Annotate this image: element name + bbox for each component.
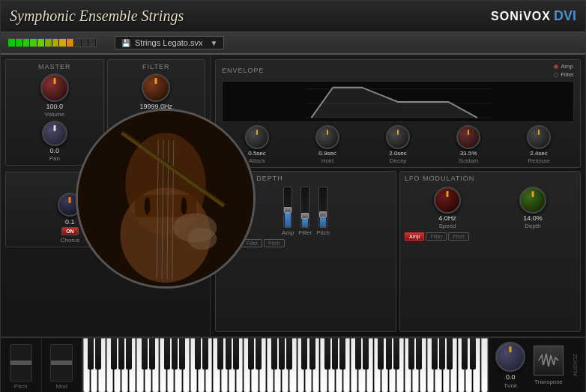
white-key[interactable]	[190, 338, 197, 392]
white-key[interactable]	[160, 338, 166, 392]
header: Symphonic Ensemble Strings SONiVOX DVI	[1, 1, 585, 32]
chorus-toggle[interactable]: ON	[61, 227, 79, 235]
white-key[interactable]	[282, 338, 289, 392]
lfo-filter-toggle[interactable]: Filter	[426, 232, 447, 241]
volume-knob[interactable]	[40, 73, 69, 102]
keyboard-area: Pitch Mod	[1, 337, 585, 392]
amp-radio[interactable]: Amp	[554, 63, 574, 70]
attack-knob[interactable]	[245, 125, 269, 149]
white-key[interactable]	[450, 338, 457, 392]
white-key[interactable]	[366, 338, 373, 392]
white-key[interactable]	[198, 338, 205, 392]
white-key[interactable]	[320, 338, 327, 392]
piano-keys[interactable]	[83, 338, 488, 392]
filter-radio-dot	[554, 73, 558, 77]
white-key[interactable]	[297, 338, 304, 392]
white-key[interactable]	[328, 338, 335, 392]
level-seg-10	[74, 39, 81, 46]
amp-fader-track[interactable]	[283, 187, 292, 228]
envelope-header: ENVELOPE Amp Filter	[222, 63, 574, 78]
white-key[interactable]	[167, 338, 174, 392]
tune-knob[interactable]	[495, 342, 525, 372]
white-key[interactable]	[175, 338, 181, 392]
white-key[interactable]	[289, 338, 296, 392]
white-keys[interactable]	[83, 338, 488, 392]
freq-knob[interactable]	[142, 73, 170, 102]
white-key[interactable]	[351, 338, 357, 392]
white-key[interactable]	[312, 338, 319, 392]
white-key[interactable]	[389, 338, 396, 392]
preset-selector[interactable]: 💾 Strings Legato.svx ▼	[115, 36, 224, 49]
amp-fader-fill	[285, 211, 291, 227]
white-key[interactable]	[267, 338, 274, 392]
white-key[interactable]	[244, 338, 250, 392]
filter-radio-label: Filter	[561, 71, 574, 78]
attack-label: Attack	[249, 157, 265, 164]
filter-fader-track[interactable]	[300, 187, 309, 228]
filter-fader-handle[interactable]	[301, 213, 309, 219]
hold-knob[interactable]	[315, 125, 339, 149]
white-key[interactable]	[343, 338, 350, 392]
white-key[interactable]	[136, 338, 143, 392]
white-key[interactable]	[435, 338, 441, 392]
pitch-fader-container: Pitch	[316, 187, 330, 236]
white-key[interactable]	[374, 338, 381, 392]
white-key[interactable]	[412, 338, 419, 392]
speed-knob[interactable]	[434, 187, 461, 214]
mod-bar[interactable]	[50, 344, 73, 382]
white-key[interactable]	[443, 338, 450, 392]
svg-point-14	[78, 111, 253, 286]
white-key[interactable]	[145, 338, 151, 392]
sustain-knob[interactable]	[456, 125, 480, 149]
white-key[interactable]	[106, 338, 113, 392]
white-key[interactable]	[427, 338, 434, 392]
white-key[interactable]	[91, 338, 97, 392]
white-key[interactable]	[114, 338, 121, 392]
amp-fader-handle[interactable]	[284, 207, 292, 213]
white-key[interactable]	[405, 338, 411, 392]
mw-pitch-toggle[interactable]: Pitch	[264, 239, 285, 247]
white-key[interactable]	[83, 338, 90, 392]
white-key[interactable]	[121, 338, 128, 392]
white-key[interactable]	[381, 338, 388, 392]
white-key[interactable]	[358, 338, 365, 392]
pan-knob[interactable]	[42, 121, 67, 146]
white-key[interactable]	[458, 338, 465, 392]
right-panel: ENVELOPE Amp Filter	[211, 55, 585, 337]
mod-handle[interactable]	[51, 361, 72, 365]
white-key[interactable]	[420, 338, 426, 392]
white-key[interactable]	[251, 338, 258, 392]
white-key[interactable]	[183, 338, 190, 392]
lfo-pitch-toggle[interactable]: Pitch	[448, 232, 469, 241]
white-key[interactable]	[473, 338, 480, 392]
white-key[interactable]	[274, 338, 281, 392]
pitch-fader-handle[interactable]	[319, 211, 327, 217]
pan-value: 0.0	[49, 147, 59, 154]
white-key[interactable]	[98, 338, 105, 392]
white-key[interactable]	[259, 338, 266, 392]
white-key[interactable]	[205, 338, 212, 392]
white-key[interactable]	[213, 338, 220, 392]
white-key[interactable]	[465, 338, 472, 392]
pitch-handle[interactable]	[10, 361, 31, 365]
white-key[interactable]	[229, 338, 235, 392]
lfo-amp-toggle[interactable]: Amp	[405, 232, 424, 241]
decay-knob[interactable]	[386, 125, 410, 149]
save-icon: 💾	[121, 39, 130, 47]
pitch-fader-track[interactable]	[318, 187, 327, 228]
release-knob[interactable]	[527, 125, 551, 149]
preset-name: Strings Legato.svx	[135, 38, 203, 47]
white-key[interactable]	[305, 338, 312, 392]
white-key[interactable]	[129, 338, 136, 392]
chorus-state: ON	[66, 229, 74, 234]
filter-radio[interactable]: Filter	[554, 71, 574, 78]
white-key[interactable]	[236, 338, 243, 392]
depth-knob[interactable]	[519, 187, 546, 214]
white-key[interactable]	[481, 338, 488, 392]
white-key[interactable]	[396, 338, 403, 392]
pitch-bar[interactable]	[10, 344, 32, 382]
white-key[interactable]	[152, 338, 159, 392]
white-key[interactable]	[221, 338, 228, 392]
violin-image-area	[76, 109, 256, 289]
white-key[interactable]	[336, 338, 342, 392]
